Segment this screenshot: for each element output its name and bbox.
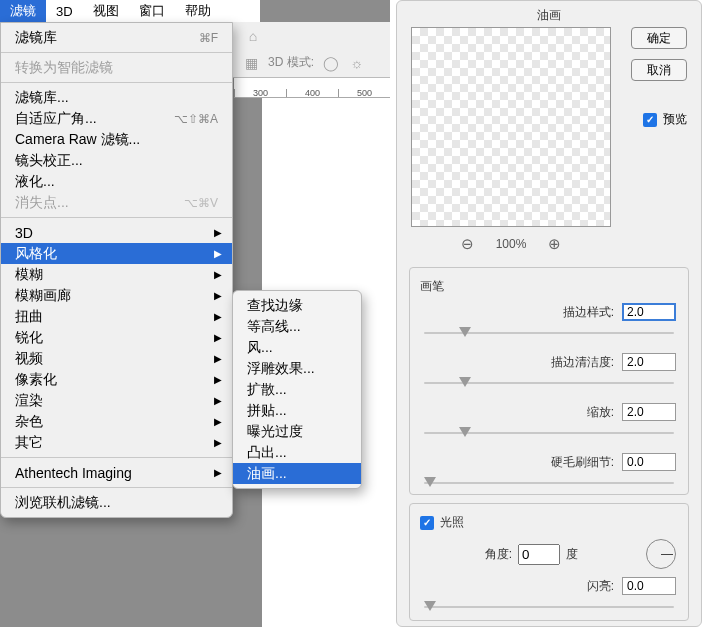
bristle-input[interactable] (622, 453, 676, 471)
zoom-in-icon[interactable]: ⊕ (548, 235, 561, 253)
light-checkbox[interactable]: ✓ (420, 516, 434, 530)
angle-label: 角度: (422, 546, 512, 563)
stylize-submenu: 查找边缘 等高线... 风... 浮雕效果... 扩散... 拼贴... 曝光过… (232, 290, 362, 489)
sub-diffuse[interactable]: 扩散... (233, 379, 361, 400)
dialog-title: 油画 (397, 1, 701, 26)
dd-lens-correction[interactable]: 镜头校正... (1, 150, 232, 171)
dd-adaptive-wide[interactable]: 自适应广角... ⌥⇧⌘A (1, 108, 232, 129)
chevron-right-icon: ▶ (214, 269, 222, 280)
bristle-label: 硬毛刷细节: (422, 454, 622, 471)
brush-legend: 画笔 (410, 268, 688, 299)
preview-checkbox[interactable]: ✓ (643, 113, 657, 127)
preview-checkbox-row: ✓ 预览 (643, 111, 687, 128)
sub-extrude[interactable]: 凸出... (233, 442, 361, 463)
dd-camera-raw[interactable]: Camera Raw 滤镜... (1, 129, 232, 150)
chevron-right-icon: ▶ (214, 437, 222, 448)
dd-sharpen[interactable]: 锐化▶ (1, 327, 232, 348)
ruler-mark: 500 (338, 89, 390, 97)
brush-group: 画笔 描边样式: 描边清洁度: 缩放: 硬毛刷细节: (409, 267, 689, 495)
chevron-right-icon: ▶ (214, 311, 222, 322)
oilpaint-dialog: 油画 ⊖ 100% ⊕ 确定 取消 ✓ 预览 画笔 描边样式: 描边清洁度: 缩… (396, 0, 702, 627)
chevron-right-icon: ▶ (214, 227, 222, 238)
dd-sep (1, 457, 232, 458)
stroke-style-input[interactable] (622, 303, 676, 321)
chevron-right-icon: ▶ (214, 374, 222, 385)
sub-oil-paint[interactable]: 油画... (233, 463, 361, 484)
dd-other[interactable]: 其它▶ (1, 432, 232, 453)
shine-label: 闪亮: (422, 578, 622, 595)
chevron-right-icon: ▶ (214, 467, 222, 478)
orbit-icon[interactable]: ◯ (322, 55, 340, 71)
home-icon[interactable]: ⌂ (244, 28, 262, 44)
sub-wind[interactable]: 风... (233, 337, 361, 358)
dd-vanishing: 消失点... ⌥⌘V (1, 192, 232, 213)
angle-input[interactable] (518, 544, 560, 565)
zoom-out-icon[interactable]: ⊖ (461, 235, 474, 253)
dd-browse-online[interactable]: 浏览联机滤镜... (1, 492, 232, 513)
light-legend: 光照 (440, 514, 464, 531)
menubar: 滤镜 3D 视图 窗口 帮助 (0, 0, 260, 22)
dd-video[interactable]: 视频▶ (1, 348, 232, 369)
menu-help[interactable]: 帮助 (175, 0, 221, 23)
grid-icon[interactable]: ▦ (242, 55, 260, 71)
dd-sep (1, 52, 232, 53)
bristle-slider[interactable] (424, 477, 674, 489)
scale-slider[interactable] (424, 427, 674, 439)
scale-input[interactable] (622, 403, 676, 421)
dd-noise[interactable]: 杂色▶ (1, 411, 232, 432)
dd-athentech[interactable]: Athentech Imaging▶ (1, 462, 232, 483)
preview-thumbnail[interactable] (411, 27, 611, 227)
dd-filter-gallery[interactable]: 滤镜库... (1, 87, 232, 108)
cancel-button[interactable]: 取消 (631, 59, 687, 81)
shine-slider[interactable] (424, 601, 674, 613)
chevron-right-icon: ▶ (214, 416, 222, 427)
light-group: ✓ 光照 角度: 度 闪亮: (409, 503, 689, 621)
dd-blur[interactable]: 模糊▶ (1, 264, 232, 285)
dd-blur-gallery[interactable]: 模糊画廊▶ (1, 285, 232, 306)
sub-emboss[interactable]: 浮雕效果... (233, 358, 361, 379)
chevron-right-icon: ▶ (214, 332, 222, 343)
sub-find-edges[interactable]: 查找边缘 (233, 295, 361, 316)
shine-input[interactable] (622, 577, 676, 595)
dd-render[interactable]: 渲染▶ (1, 390, 232, 411)
dd-distort[interactable]: 扭曲▶ (1, 306, 232, 327)
app-window: ⌂ ▦ 3D 模式: ◯ ☼ 300 400 500 滤镜 3D 视图 窗口 帮… (0, 0, 390, 627)
ok-button[interactable]: 确定 (631, 27, 687, 49)
stroke-clean-label: 描边清洁度: (422, 354, 622, 371)
ruler-mark: 400 (286, 89, 338, 97)
mode-label: 3D 模式: (268, 54, 314, 71)
dd-liquify[interactable]: 液化... (1, 171, 232, 192)
filter-dropdown: 滤镜库 ⌘F 转换为智能滤镜 滤镜库... 自适应广角... ⌥⇧⌘A Came… (0, 22, 233, 518)
scale-label: 缩放: (422, 404, 622, 421)
zoom-controls: ⊖ 100% ⊕ (411, 235, 611, 253)
preview-label: 预览 (663, 111, 687, 128)
chevron-right-icon: ▶ (214, 395, 222, 406)
dd-pixelate[interactable]: 像素化▶ (1, 369, 232, 390)
dd-3d[interactable]: 3D▶ (1, 222, 232, 243)
chevron-right-icon: ▶ (214, 353, 222, 364)
sub-tiles[interactable]: 拼贴... (233, 400, 361, 421)
light-icon[interactable]: ☼ (348, 55, 366, 71)
dd-sep (1, 82, 232, 83)
menu-filter[interactable]: 滤镜 (0, 0, 46, 23)
menu-3d[interactable]: 3D (46, 1, 83, 22)
sub-trace-contour[interactable]: 等高线... (233, 316, 361, 337)
dd-stylize[interactable]: 风格化▶ (1, 243, 232, 264)
dd-last-filter[interactable]: 滤镜库 ⌘F (1, 27, 232, 48)
zoom-level: 100% (496, 237, 527, 251)
dd-sep (1, 217, 232, 218)
dd-convert-smart: 转换为智能滤镜 (1, 57, 232, 78)
menu-view[interactable]: 视图 (83, 0, 129, 23)
menu-window[interactable]: 窗口 (129, 0, 175, 23)
angle-dial[interactable] (646, 539, 676, 569)
stroke-style-slider[interactable] (424, 327, 674, 339)
ruler-mark: 300 (234, 89, 286, 97)
chevron-right-icon: ▶ (214, 248, 222, 259)
chevron-right-icon: ▶ (214, 290, 222, 301)
stroke-style-label: 描边样式: (422, 304, 622, 321)
sub-solarize[interactable]: 曝光过度 (233, 421, 361, 442)
ruler: 300 400 500 (234, 78, 390, 98)
stroke-clean-input[interactable] (622, 353, 676, 371)
dd-sep (1, 487, 232, 488)
stroke-clean-slider[interactable] (424, 377, 674, 389)
